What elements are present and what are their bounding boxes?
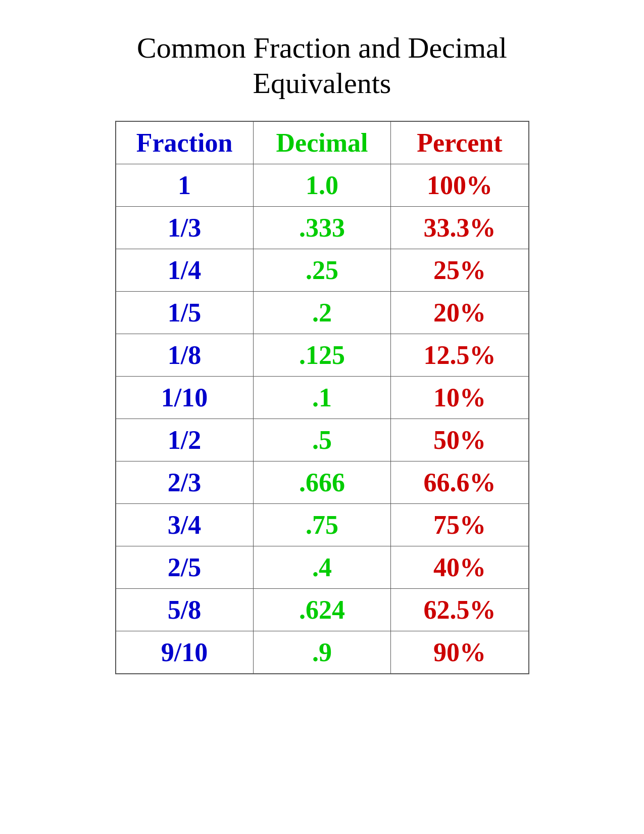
cell-fraction: 2/5: [116, 546, 254, 589]
table-row: 3/4.7575%: [116, 504, 529, 546]
cell-percent: 20%: [391, 292, 529, 334]
cell-fraction: 3/4: [116, 504, 254, 546]
cell-fraction: 1/10: [116, 377, 254, 419]
cell-decimal: .125: [253, 334, 391, 377]
cell-fraction: 1/5: [116, 292, 254, 334]
cell-decimal: .666: [253, 461, 391, 504]
cell-percent: 10%: [391, 377, 529, 419]
cell-decimal: .2: [253, 292, 391, 334]
table-row: 1/3.33333.3%: [116, 207, 529, 249]
table-row: 11.0100%: [116, 164, 529, 207]
cell-fraction: 1/4: [116, 249, 254, 292]
table-row: 2/3.66666.6%: [116, 461, 529, 504]
table-row: 5/8.62462.5%: [116, 589, 529, 631]
cell-percent: 12.5%: [391, 334, 529, 377]
cell-percent: 33.3%: [391, 207, 529, 249]
table-row: 1/2.550%: [116, 419, 529, 461]
header-fraction: Fraction: [116, 121, 254, 164]
cell-decimal: .4: [253, 546, 391, 589]
table-header-row: Fraction Decimal Percent: [116, 121, 529, 164]
table-row: 1/5.220%: [116, 292, 529, 334]
cell-decimal: .75: [253, 504, 391, 546]
cell-percent: 50%: [391, 419, 529, 461]
cell-decimal: .624: [253, 589, 391, 631]
cell-percent: 66.6%: [391, 461, 529, 504]
header-decimal: Decimal: [253, 121, 391, 164]
cell-decimal: .9: [253, 631, 391, 674]
cell-fraction: 1: [116, 164, 254, 207]
cell-percent: 90%: [391, 631, 529, 674]
cell-percent: 62.5%: [391, 589, 529, 631]
cell-percent: 40%: [391, 546, 529, 589]
header-percent: Percent: [391, 121, 529, 164]
cell-fraction: 1/8: [116, 334, 254, 377]
cell-fraction: 1/3: [116, 207, 254, 249]
cell-decimal: .333: [253, 207, 391, 249]
page-title: Common Fraction and Decimal Equivalents: [95, 30, 550, 101]
cell-decimal: .1: [253, 377, 391, 419]
cell-decimal: .25: [253, 249, 391, 292]
table-row: 1/4.2525%: [116, 249, 529, 292]
cell-fraction: 2/3: [116, 461, 254, 504]
table-row: 2/5.440%: [116, 546, 529, 589]
cell-fraction: 9/10: [116, 631, 254, 674]
cell-fraction: 5/8: [116, 589, 254, 631]
table-row: 9/10.990%: [116, 631, 529, 674]
cell-decimal: 1.0: [253, 164, 391, 207]
cell-fraction: 1/2: [116, 419, 254, 461]
cell-decimal: .5: [253, 419, 391, 461]
table-row: 1/8.12512.5%: [116, 334, 529, 377]
fraction-decimal-table: Fraction Decimal Percent 11.0100%1/3.333…: [115, 121, 529, 674]
table-row: 1/10.110%: [116, 377, 529, 419]
cell-percent: 25%: [391, 249, 529, 292]
cell-percent: 75%: [391, 504, 529, 546]
cell-percent: 100%: [391, 164, 529, 207]
